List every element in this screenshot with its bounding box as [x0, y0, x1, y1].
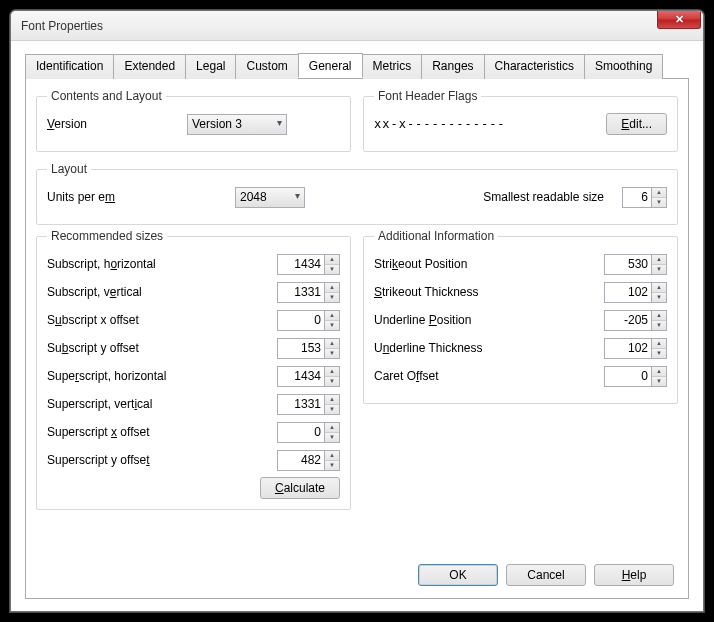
spin-down-icon[interactable]: ▼	[652, 265, 666, 274]
titlebar[interactable]: Font Properties ✕	[11, 11, 703, 41]
legend-recommended: Recommended sizes	[47, 229, 167, 243]
underline-pos-input[interactable]	[604, 310, 652, 331]
subscript-y-spinner[interactable]: ▲▼	[277, 338, 340, 359]
spin-up-icon[interactable]: ▲	[325, 283, 339, 293]
spin-down-icon[interactable]: ▼	[325, 321, 339, 330]
subscript-h-spinner[interactable]: ▲▼	[277, 254, 340, 275]
header-flags-value: xx-x------------	[374, 117, 598, 131]
close-icon: ✕	[675, 14, 684, 25]
units-per-em-select[interactable]: 2048	[235, 187, 305, 208]
superscript-x-spinner[interactable]: ▲▼	[277, 422, 340, 443]
spin-up-icon[interactable]: ▲	[652, 339, 666, 349]
spin-up-icon[interactable]: ▲	[325, 423, 339, 433]
spin-up-icon[interactable]: ▲	[325, 451, 339, 461]
spin-down-icon[interactable]: ▼	[325, 265, 339, 274]
group-recommended-sizes: Recommended sizes Subscript, horizontal▲…	[36, 229, 351, 510]
subscript-h-label: Subscript, horizontal	[47, 257, 277, 271]
strikeout-pos-label: Strikeout Position	[374, 257, 604, 271]
superscript-h-label: Superscript, horizontal	[47, 369, 277, 383]
spin-down-icon[interactable]: ▼	[652, 377, 666, 386]
superscript-x-label: Superscript x offset	[47, 425, 277, 439]
subscript-x-label: Subscript x offset	[47, 313, 277, 327]
subscript-x-input[interactable]	[277, 310, 325, 331]
spin-down-icon[interactable]: ▼	[325, 461, 339, 470]
ok-button[interactable]: OK	[418, 564, 498, 586]
spin-up-icon[interactable]: ▲	[652, 283, 666, 293]
caret-offset-spinner[interactable]: ▲▼	[604, 366, 667, 387]
spin-down-icon[interactable]: ▼	[325, 405, 339, 414]
spin-up-icon[interactable]: ▲	[652, 367, 666, 377]
subscript-y-input[interactable]	[277, 338, 325, 359]
spin-down-icon[interactable]: ▼	[652, 198, 666, 207]
close-button[interactable]: ✕	[657, 11, 701, 29]
spin-up-icon[interactable]: ▲	[325, 255, 339, 265]
underline-thick-label: Underline Thickness	[374, 341, 604, 355]
superscript-y-input[interactable]	[277, 450, 325, 471]
tab-smoothing[interactable]: Smoothing	[584, 54, 663, 79]
spin-up-icon[interactable]: ▲	[652, 188, 666, 198]
superscript-v-input[interactable]	[277, 394, 325, 415]
spin-up-icon[interactable]: ▲	[325, 339, 339, 349]
smallest-readable-spinner[interactable]: ▲▼	[622, 187, 667, 208]
superscript-v-spinner[interactable]: ▲▼	[277, 394, 340, 415]
version-select[interactable]: Version 3	[187, 114, 287, 135]
units-per-em-label: Units per em	[47, 190, 227, 204]
spin-down-icon[interactable]: ▼	[325, 293, 339, 302]
group-header-flags: Font Header Flags xx-x------------ Edit.…	[363, 89, 678, 152]
edit-flags-button[interactable]: Edit...	[606, 113, 667, 135]
caret-offset-label: Caret Offset	[374, 369, 604, 383]
font-properties-window: Font Properties ✕ Identification Extende…	[10, 10, 704, 612]
legend-layout: Layout	[47, 162, 91, 176]
legend-additional: Additional Information	[374, 229, 498, 243]
spin-down-icon[interactable]: ▼	[652, 349, 666, 358]
subscript-v-label: Subscript, vertical	[47, 285, 277, 299]
caret-offset-input[interactable]	[604, 366, 652, 387]
underline-pos-spinner[interactable]: ▲▼	[604, 310, 667, 331]
subscript-v-spinner[interactable]: ▲▼	[277, 282, 340, 303]
superscript-h-input[interactable]	[277, 366, 325, 387]
calculate-button[interactable]: Calculate	[260, 477, 340, 499]
spin-up-icon[interactable]: ▲	[325, 395, 339, 405]
smallest-readable-input[interactable]	[622, 187, 652, 208]
window-title: Font Properties	[21, 19, 103, 33]
superscript-h-spinner[interactable]: ▲▼	[277, 366, 340, 387]
subscript-x-spinner[interactable]: ▲▼	[277, 310, 340, 331]
tab-ranges[interactable]: Ranges	[421, 54, 484, 79]
underline-pos-label: Underline Position	[374, 313, 604, 327]
help-button[interactable]: Help	[594, 564, 674, 586]
strikeout-thick-spinner[interactable]: ▲▼	[604, 282, 667, 303]
superscript-y-label: Superscript y offset	[47, 453, 277, 467]
spin-up-icon[interactable]: ▲	[325, 367, 339, 377]
superscript-y-spinner[interactable]: ▲▼	[277, 450, 340, 471]
tab-general[interactable]: General	[298, 53, 363, 78]
tab-extended[interactable]: Extended	[113, 54, 186, 79]
tab-custom[interactable]: Custom	[235, 54, 298, 79]
tab-characteristics[interactable]: Characteristics	[484, 54, 585, 79]
subscript-h-input[interactable]	[277, 254, 325, 275]
legend-header-flags: Font Header Flags	[374, 89, 481, 103]
group-contents-layout: Contents and Layout Version Version 3	[36, 89, 351, 152]
strikeout-thick-label: Strikeout Thickness	[374, 285, 604, 299]
underline-thick-spinner[interactable]: ▲▼	[604, 338, 667, 359]
strikeout-pos-spinner[interactable]: ▲▼	[604, 254, 667, 275]
strikeout-pos-input[interactable]	[604, 254, 652, 275]
smallest-readable-label: Smallest readable size	[483, 190, 604, 204]
superscript-v-label: Superscript, vertical	[47, 397, 277, 411]
underline-thick-input[interactable]	[604, 338, 652, 359]
spin-up-icon[interactable]: ▲	[652, 311, 666, 321]
spin-down-icon[interactable]: ▼	[325, 377, 339, 386]
spin-down-icon[interactable]: ▼	[652, 293, 666, 302]
spin-down-icon[interactable]: ▼	[325, 349, 339, 358]
spin-up-icon[interactable]: ▲	[652, 255, 666, 265]
tab-metrics[interactable]: Metrics	[362, 54, 423, 79]
spin-up-icon[interactable]: ▲	[325, 311, 339, 321]
version-label: Version	[47, 117, 187, 131]
tab-legal[interactable]: Legal	[185, 54, 236, 79]
cancel-button[interactable]: Cancel	[506, 564, 586, 586]
spin-down-icon[interactable]: ▼	[325, 433, 339, 442]
superscript-x-input[interactable]	[277, 422, 325, 443]
tab-identification[interactable]: Identification	[25, 54, 114, 79]
subscript-v-input[interactable]	[277, 282, 325, 303]
spin-down-icon[interactable]: ▼	[652, 321, 666, 330]
strikeout-thick-input[interactable]	[604, 282, 652, 303]
